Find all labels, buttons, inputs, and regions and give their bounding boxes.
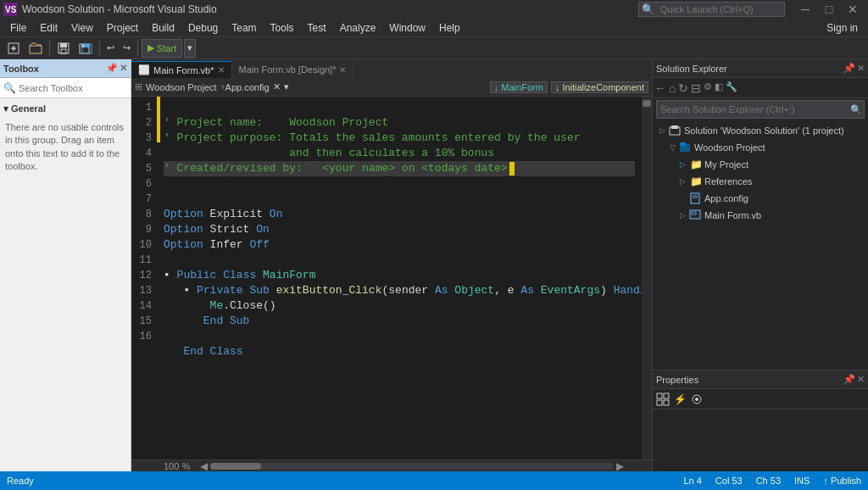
menu-tools[interactable]: Tools [264,19,301,37]
toolbox-search: 🔍 [0,78,131,98]
status-bar: Ready Ln 4 Col 53 Ch 53 INS ↑ Publish [0,471,868,490]
tree-appconfig[interactable]: ▷ App.config [653,190,868,207]
tab-main-vb[interactable]: ⬜ Main Form.vb* ✕ [131,61,232,78]
menu-help[interactable]: Help [432,19,467,37]
toolbox-close-icon[interactable]: ✕ [120,63,127,74]
se-back-icon[interactable]: ← [654,81,666,95]
redo-button[interactable]: ↪ [120,39,134,58]
props-pin-icon[interactable]: 📌 [843,374,855,385]
hscroll-track[interactable] [210,463,613,470]
tab-main-design-close[interactable]: ✕ [339,65,346,75]
svg-rect-10 [84,44,90,47]
props-sort-icon[interactable]: ⚡ [673,393,687,406]
svg-rect-17 [691,193,699,203]
se-refresh-icon[interactable]: ↻ [678,81,688,95]
minimize-button[interactable]: ─ [793,0,817,19]
se-properties-icon[interactable]: ⚙ [704,81,712,95]
svg-text:⚡: ⚡ [674,393,687,405]
hscroll-thumb[interactable] [210,463,261,470]
scroll-left-button[interactable]: ◀ [197,460,210,472]
status-ch: Ch 53 [756,476,781,486]
open-button[interactable] [25,39,46,58]
toolbox-search-input[interactable] [19,83,127,93]
svg-rect-21 [692,212,696,214]
scroll-right-button[interactable]: ▶ [613,460,626,472]
code-content[interactable]: ' Project name: Woodson Project ' Projec… [157,97,642,459]
vertical-scrollbar[interactable] [642,97,652,459]
toolbox-panel: Toolbox 📌 ✕ 🔍 ▾ General There are no usa… [0,59,131,471]
code-editor[interactable]: 1 2 3 4 5 6 7 8 9 10 11 12 13 14 15 16 '… [131,97,652,459]
horizontal-scrollbar-area: 100 % ◀ ▶ [131,459,652,471]
svg-rect-5 [60,43,67,47]
status-right: Ln 4 Col 53 Ch 53 INS ↑ Publish [683,476,861,486]
quick-launch-input[interactable] [657,4,784,14]
menu-window[interactable]: Window [382,19,432,37]
status-publish[interactable]: ↑ Publish [823,476,861,486]
menu-view[interactable]: View [64,19,100,37]
toolbox-general-header[interactable]: ▾ General [3,102,127,116]
props-settings-icon[interactable] [690,393,704,406]
menu-team[interactable]: Team [225,19,263,37]
title-bar-controls: ─ □ ✕ [793,0,865,19]
undo-button[interactable]: ↩ [103,39,118,58]
se-search-input[interactable] [657,103,850,116]
se-forward-icon[interactable]: ⌂ [669,81,676,95]
sign-in-button[interactable]: Sign in [820,22,865,34]
menu-analyze[interactable]: Analyze [333,19,383,37]
project-label[interactable]: Woodson Project [146,82,217,92]
toolbox-general-section: ▾ General There are no usable controls i… [0,98,131,182]
main-layout: Toolbox 📌 ✕ 🔍 ▾ General There are no usa… [0,59,868,471]
tab-main-vb-close[interactable]: ✕ [218,65,225,75]
tab-main-design[interactable]: Main Form.vb [Design]* ✕ [232,61,354,78]
mainform-expand-icon: ▷ [680,211,686,220]
menu-file[interactable]: File [3,19,33,37]
tree-project[interactable]: ▽ Woodson Project [653,139,868,156]
se-collapse-icon[interactable]: ⊟ [691,81,701,95]
tab-bar: ⬜ Main Form.vb* ✕ Main Form.vb [Design]*… [131,59,652,78]
app-config-close[interactable]: ✕ [273,81,281,92]
scrollbar-thumb[interactable] [643,100,651,107]
se-filter-icon[interactable]: 🔧 [726,81,737,95]
app-config-expand[interactable]: ▾ [284,81,289,92]
toolbar-separator-1 [49,41,50,56]
se-preview-icon[interactable]: ◧ [715,81,723,95]
tree-references-label: References [704,176,752,187]
mainform-icon [689,209,701,221]
svg-rect-23 [664,393,669,398]
menu-debug[interactable]: Debug [181,19,225,37]
tree-mainform[interactable]: ▷ Main Form.vb [653,207,868,224]
start-button[interactable]: ▶ Start [142,39,182,58]
props-close-icon[interactable]: ✕ [857,374,865,385]
menu-build[interactable]: Build [145,19,181,37]
tree-appconfig-label: App.config [704,193,748,203]
se-search-container: 🔍 [656,100,865,119]
solution-icon [669,125,681,136]
se-close-icon[interactable]: ✕ [857,63,865,74]
close-button[interactable]: ✕ [841,0,865,19]
save-all-button[interactable] [75,39,96,58]
method-selector[interactable]: ↓ InitializeComponent [551,81,648,93]
editor-area: ⬜ Main Form.vb* ✕ Main Form.vb [Design]*… [131,59,652,471]
maximize-button[interactable]: □ [817,0,841,19]
svg-rect-6 [61,49,66,53]
tree-solution[interactable]: ▷ Solution 'Woodson Solution' (1 project… [653,122,868,139]
toolbox-pin-icon[interactable]: 📌 [106,63,118,74]
status-left: Ready [7,476,34,486]
myproject-icon: 📁 [689,159,701,170]
menu-project[interactable]: Project [100,19,145,37]
app-config-tab[interactable]: App.config [225,82,270,92]
tree-myproject[interactable]: ▷ 📁 My Project [653,156,868,173]
menu-test[interactable]: Test [301,19,333,37]
tab-main-vb-text: Main Form.vb* [153,65,214,75]
tree-references[interactable]: ▷ 📁 References [653,173,868,190]
props-grid-icon[interactable] [656,393,670,406]
status-ready: Ready [7,476,34,486]
line-numbers: 1 2 3 4 5 6 7 8 9 10 11 12 13 14 15 16 [131,97,157,459]
svg-rect-24 [657,400,662,405]
save-button[interactable] [53,39,74,58]
class-selector[interactable]: ↓ MainForm [490,81,548,93]
menu-edit[interactable]: Edit [33,19,64,37]
start-dropdown[interactable]: ▾ [184,39,196,58]
se-pin-icon[interactable]: 📌 [843,63,855,74]
new-project-button[interactable] [3,39,24,58]
